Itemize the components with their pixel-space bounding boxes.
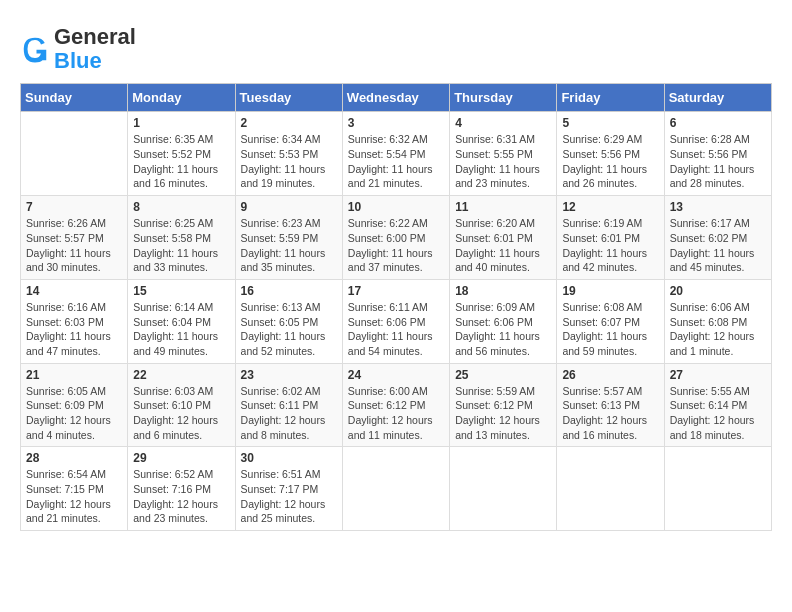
cell-content: Sunrise: 6:16 AM Sunset: 6:03 PM Dayligh… — [26, 300, 122, 359]
cell-content: Sunrise: 6:35 AM Sunset: 5:52 PM Dayligh… — [133, 132, 229, 191]
calendar-cell: 26Sunrise: 5:57 AM Sunset: 6:13 PM Dayli… — [557, 363, 664, 447]
cell-content: Sunrise: 6:22 AM Sunset: 6:00 PM Dayligh… — [348, 216, 444, 275]
day-number: 8 — [133, 200, 229, 214]
calendar-cell: 13Sunrise: 6:17 AM Sunset: 6:02 PM Dayli… — [664, 196, 771, 280]
calendar-cell: 3Sunrise: 6:32 AM Sunset: 5:54 PM Daylig… — [342, 112, 449, 196]
day-number: 29 — [133, 451, 229, 465]
calendar-cell: 27Sunrise: 5:55 AM Sunset: 6:14 PM Dayli… — [664, 363, 771, 447]
calendar-cell: 24Sunrise: 6:00 AM Sunset: 6:12 PM Dayli… — [342, 363, 449, 447]
calendar-cell: 15Sunrise: 6:14 AM Sunset: 6:04 PM Dayli… — [128, 279, 235, 363]
day-header-friday: Friday — [557, 84, 664, 112]
cell-content: Sunrise: 6:09 AM Sunset: 6:06 PM Dayligh… — [455, 300, 551, 359]
cell-content: Sunrise: 6:31 AM Sunset: 5:55 PM Dayligh… — [455, 132, 551, 191]
cell-content: Sunrise: 5:59 AM Sunset: 6:12 PM Dayligh… — [455, 384, 551, 443]
cell-content: Sunrise: 6:19 AM Sunset: 6:01 PM Dayligh… — [562, 216, 658, 275]
cell-content: Sunrise: 5:55 AM Sunset: 6:14 PM Dayligh… — [670, 384, 766, 443]
day-number: 14 — [26, 284, 122, 298]
calendar-cell: 10Sunrise: 6:22 AM Sunset: 6:00 PM Dayli… — [342, 196, 449, 280]
day-number: 24 — [348, 368, 444, 382]
day-header-saturday: Saturday — [664, 84, 771, 112]
calendar-week-row: 7Sunrise: 6:26 AM Sunset: 5:57 PM Daylig… — [21, 196, 772, 280]
calendar-cell: 5Sunrise: 6:29 AM Sunset: 5:56 PM Daylig… — [557, 112, 664, 196]
day-number: 11 — [455, 200, 551, 214]
cell-content: Sunrise: 6:13 AM Sunset: 6:05 PM Dayligh… — [241, 300, 337, 359]
calendar-cell: 8Sunrise: 6:25 AM Sunset: 5:58 PM Daylig… — [128, 196, 235, 280]
cell-content: Sunrise: 6:14 AM Sunset: 6:04 PM Dayligh… — [133, 300, 229, 359]
logo-line1: General — [54, 25, 136, 49]
cell-content: Sunrise: 6:54 AM Sunset: 7:15 PM Dayligh… — [26, 467, 122, 526]
cell-content: Sunrise: 5:57 AM Sunset: 6:13 PM Dayligh… — [562, 384, 658, 443]
calendar-week-row: 28Sunrise: 6:54 AM Sunset: 7:15 PM Dayli… — [21, 447, 772, 531]
calendar-cell: 29Sunrise: 6:52 AM Sunset: 7:16 PM Dayli… — [128, 447, 235, 531]
calendar-cell: 11Sunrise: 6:20 AM Sunset: 6:01 PM Dayli… — [450, 196, 557, 280]
day-header-monday: Monday — [128, 84, 235, 112]
day-number: 15 — [133, 284, 229, 298]
calendar-week-row: 14Sunrise: 6:16 AM Sunset: 6:03 PM Dayli… — [21, 279, 772, 363]
cell-content: Sunrise: 6:11 AM Sunset: 6:06 PM Dayligh… — [348, 300, 444, 359]
calendar-cell: 12Sunrise: 6:19 AM Sunset: 6:01 PM Dayli… — [557, 196, 664, 280]
day-number: 30 — [241, 451, 337, 465]
cell-content: Sunrise: 6:28 AM Sunset: 5:56 PM Dayligh… — [670, 132, 766, 191]
day-header-thursday: Thursday — [450, 84, 557, 112]
calendar-week-row: 1Sunrise: 6:35 AM Sunset: 5:52 PM Daylig… — [21, 112, 772, 196]
day-number: 20 — [670, 284, 766, 298]
day-number: 9 — [241, 200, 337, 214]
logo: General Blue — [20, 25, 136, 73]
day-number: 25 — [455, 368, 551, 382]
cell-content: Sunrise: 6:17 AM Sunset: 6:02 PM Dayligh… — [670, 216, 766, 275]
logo-line2: Blue — [54, 49, 136, 73]
day-header-wednesday: Wednesday — [342, 84, 449, 112]
cell-content: Sunrise: 6:06 AM Sunset: 6:08 PM Dayligh… — [670, 300, 766, 359]
cell-content: Sunrise: 6:02 AM Sunset: 6:11 PM Dayligh… — [241, 384, 337, 443]
calendar-cell — [342, 447, 449, 531]
day-number: 27 — [670, 368, 766, 382]
cell-content: Sunrise: 6:23 AM Sunset: 5:59 PM Dayligh… — [241, 216, 337, 275]
day-number: 19 — [562, 284, 658, 298]
day-number: 18 — [455, 284, 551, 298]
day-number: 21 — [26, 368, 122, 382]
cell-content: Sunrise: 6:26 AM Sunset: 5:57 PM Dayligh… — [26, 216, 122, 275]
day-number: 1 — [133, 116, 229, 130]
calendar-cell: 28Sunrise: 6:54 AM Sunset: 7:15 PM Dayli… — [21, 447, 128, 531]
day-number: 12 — [562, 200, 658, 214]
calendar-cell: 20Sunrise: 6:06 AM Sunset: 6:08 PM Dayli… — [664, 279, 771, 363]
cell-content: Sunrise: 6:51 AM Sunset: 7:17 PM Dayligh… — [241, 467, 337, 526]
calendar-cell: 19Sunrise: 6:08 AM Sunset: 6:07 PM Dayli… — [557, 279, 664, 363]
calendar-cell — [450, 447, 557, 531]
calendar-cell: 2Sunrise: 6:34 AM Sunset: 5:53 PM Daylig… — [235, 112, 342, 196]
day-number: 10 — [348, 200, 444, 214]
calendar-cell: 21Sunrise: 6:05 AM Sunset: 6:09 PM Dayli… — [21, 363, 128, 447]
calendar-cell: 18Sunrise: 6:09 AM Sunset: 6:06 PM Dayli… — [450, 279, 557, 363]
calendar-cell: 7Sunrise: 6:26 AM Sunset: 5:57 PM Daylig… — [21, 196, 128, 280]
cell-content: Sunrise: 6:20 AM Sunset: 6:01 PM Dayligh… — [455, 216, 551, 275]
calendar-cell — [557, 447, 664, 531]
cell-content: Sunrise: 6:05 AM Sunset: 6:09 PM Dayligh… — [26, 384, 122, 443]
calendar-cell — [21, 112, 128, 196]
day-number: 22 — [133, 368, 229, 382]
day-number: 26 — [562, 368, 658, 382]
calendar-week-row: 21Sunrise: 6:05 AM Sunset: 6:09 PM Dayli… — [21, 363, 772, 447]
calendar-cell — [664, 447, 771, 531]
day-number: 28 — [26, 451, 122, 465]
cell-content: Sunrise: 6:03 AM Sunset: 6:10 PM Dayligh… — [133, 384, 229, 443]
cell-content: Sunrise: 6:00 AM Sunset: 6:12 PM Dayligh… — [348, 384, 444, 443]
calendar-header-row: SundayMondayTuesdayWednesdayThursdayFrid… — [21, 84, 772, 112]
day-number: 2 — [241, 116, 337, 130]
day-number: 7 — [26, 200, 122, 214]
calendar-cell: 16Sunrise: 6:13 AM Sunset: 6:05 PM Dayli… — [235, 279, 342, 363]
calendar-cell: 1Sunrise: 6:35 AM Sunset: 5:52 PM Daylig… — [128, 112, 235, 196]
day-number: 17 — [348, 284, 444, 298]
calendar-cell: 22Sunrise: 6:03 AM Sunset: 6:10 PM Dayli… — [128, 363, 235, 447]
day-number: 6 — [670, 116, 766, 130]
calendar-cell: 25Sunrise: 5:59 AM Sunset: 6:12 PM Dayli… — [450, 363, 557, 447]
page-header: General Blue — [20, 20, 772, 73]
calendar-cell: 30Sunrise: 6:51 AM Sunset: 7:17 PM Dayli… — [235, 447, 342, 531]
calendar-cell: 23Sunrise: 6:02 AM Sunset: 6:11 PM Dayli… — [235, 363, 342, 447]
day-number: 16 — [241, 284, 337, 298]
calendar-cell: 4Sunrise: 6:31 AM Sunset: 5:55 PM Daylig… — [450, 112, 557, 196]
calendar-cell: 14Sunrise: 6:16 AM Sunset: 6:03 PM Dayli… — [21, 279, 128, 363]
calendar-cell: 9Sunrise: 6:23 AM Sunset: 5:59 PM Daylig… — [235, 196, 342, 280]
day-number: 5 — [562, 116, 658, 130]
cell-content: Sunrise: 6:52 AM Sunset: 7:16 PM Dayligh… — [133, 467, 229, 526]
day-header-tuesday: Tuesday — [235, 84, 342, 112]
